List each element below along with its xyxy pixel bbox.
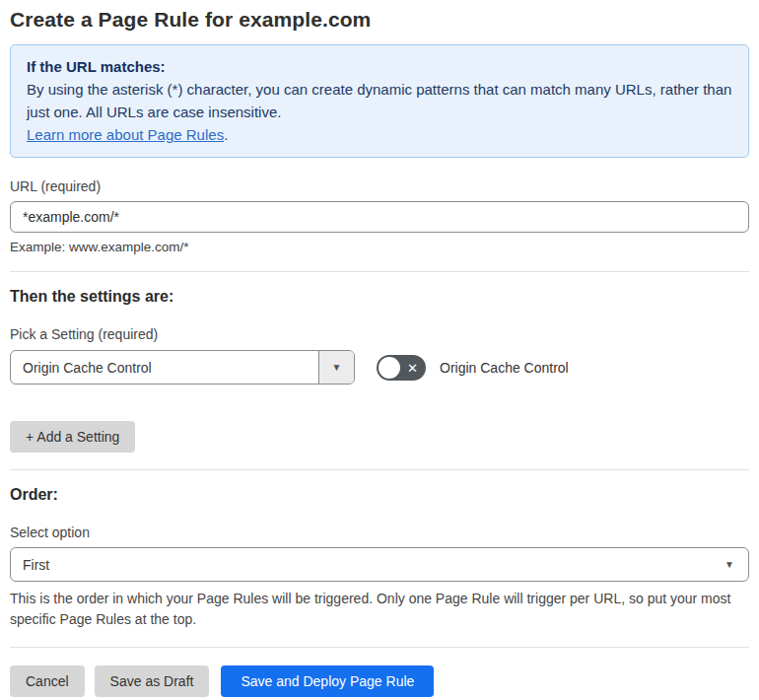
divider [10, 469, 749, 470]
order-section-heading: Order: [10, 486, 749, 504]
link-suffix: . [224, 126, 228, 143]
page-title: Create a Page Rule for example.com [10, 8, 749, 32]
chevron-down-icon: ▼ [724, 559, 734, 570]
setting-row: Origin Cache Control ▼ ✕ Origin Cache Co… [10, 350, 749, 385]
info-box-link-line: Learn more about Page Rules. [27, 123, 732, 146]
create-page-rule-form: Create a Page Rule for example.com If th… [0, 0, 759, 697]
learn-more-link[interactable]: Learn more about Page Rules [27, 126, 224, 143]
chevron-down-icon[interactable]: ▼ [318, 351, 354, 384]
toggle-knob [379, 357, 400, 379]
order-select-value: First [23, 557, 49, 573]
order-select-label: Select option [10, 525, 749, 540]
setting-select-value: Origin Cache Control [11, 351, 318, 384]
cancel-button[interactable]: Cancel [10, 665, 85, 697]
order-helper-text: This is the order in which your Page Rul… [10, 589, 744, 630]
footer-actions: Cancel Save as Draft Save and Deploy Pag… [10, 665, 749, 697]
divider [10, 271, 749, 272]
save-and-deploy-button[interactable]: Save and Deploy Page Rule [221, 665, 434, 697]
url-input[interactable] [10, 201, 749, 233]
url-example-helper: Example: www.example.com/* [10, 240, 749, 254]
setting-select[interactable]: Origin Cache Control ▼ [10, 350, 355, 385]
url-label: URL (required) [10, 178, 749, 194]
toggle-off-x-icon: ✕ [407, 361, 418, 374]
settings-section-heading: Then the settings are: [10, 288, 749, 306]
info-box-heading: If the URL matches: [27, 55, 732, 78]
info-box-body: By using the asterisk (*) character, you… [27, 78, 732, 123]
save-as-draft-button[interactable]: Save as Draft [95, 665, 210, 697]
toggle-label: Origin Cache Control [440, 360, 569, 376]
pick-setting-label: Pick a Setting (required) [10, 326, 749, 342]
add-setting-button[interactable]: + Add a Setting [10, 421, 135, 453]
order-select[interactable]: First ▼ [10, 547, 749, 582]
origin-cache-control-toggle[interactable]: ✕ [377, 355, 426, 381]
divider [10, 647, 749, 648]
url-match-info-box: If the URL matches: By using the asteris… [10, 44, 749, 158]
